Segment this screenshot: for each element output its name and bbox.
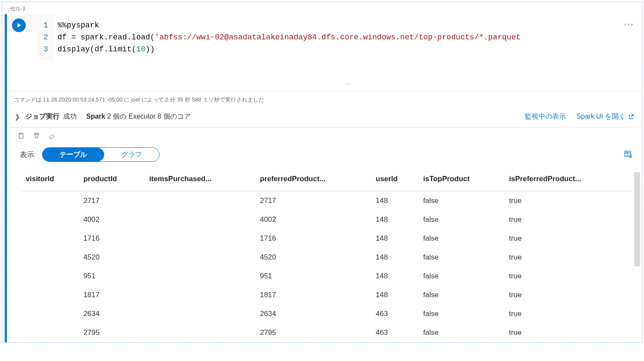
table-cell xyxy=(21,304,79,323)
table-row[interactable]: 26342634463falsetrue xyxy=(21,304,631,323)
table-cell: true xyxy=(505,267,631,286)
table-cell: 2717 xyxy=(79,191,145,211)
line-number: 3 xyxy=(37,43,48,55)
result-table: visitorIdproductIditemsPurchased...prefe… xyxy=(21,168,631,342)
table-cell: 2634 xyxy=(79,304,145,323)
column-header[interactable]: isPreferredProduct... xyxy=(505,168,631,191)
table-cell: 2795 xyxy=(256,323,371,342)
line-number: 1 xyxy=(37,19,48,31)
line-gutter: 1 2 3 xyxy=(37,14,54,60)
table-cell: 148 xyxy=(371,267,419,286)
table-cell xyxy=(145,229,256,248)
result-table-wrap: visitorIdproductIditemsPurchased...prefe… xyxy=(7,168,642,342)
table-cell xyxy=(21,191,79,211)
spark-ui-link[interactable]: Spark UI を開く xyxy=(576,112,634,121)
table-cell: 1716 xyxy=(256,229,371,248)
table-cell xyxy=(21,267,79,286)
spark-info: Spark 2 個の Executor 8 個のコア xyxy=(86,112,191,121)
job-label: ジョブ実行 xyxy=(25,112,60,121)
table-cell xyxy=(21,210,79,229)
column-header[interactable]: itemsPurchased... xyxy=(145,168,256,191)
table-settings-icon[interactable] xyxy=(624,150,632,160)
table-cell: false xyxy=(419,286,505,304)
table-cell: 463 xyxy=(371,304,419,323)
cell-body: 1 2 3 %%pyspark df = spark.read.load('ab… xyxy=(5,14,642,342)
result-toolbar xyxy=(7,128,642,143)
table-cell: 148 xyxy=(371,210,419,229)
svg-rect-0 xyxy=(19,134,23,138)
table-cell: true xyxy=(505,229,631,248)
chevron-right-icon[interactable]: ❯ xyxy=(15,113,20,121)
table-cell: 951 xyxy=(256,267,371,286)
collapse-code-icon[interactable]: ︿ xyxy=(346,78,351,90)
table-row[interactable]: 951951148falsetrue xyxy=(21,267,631,286)
table-cell: true xyxy=(505,323,631,342)
line-number: 2 xyxy=(37,31,48,43)
notebook-cell: セル 1 1 2 3 %%pyspark df = spark.read.loa… xyxy=(2,2,642,343)
play-icon xyxy=(16,22,22,28)
table-cell xyxy=(145,323,256,342)
execution-status: コマンドは 11.26.2020 00:53:24.571 -05:00 に j… xyxy=(7,92,642,108)
column-header[interactable]: userId xyxy=(371,168,419,191)
table-cell: 4520 xyxy=(256,248,371,267)
cell-label: セル 1 xyxy=(2,2,642,14)
table-row[interactable]: 27952795463falsetrue xyxy=(21,323,631,342)
table-row[interactable]: 27172717148falsetrue xyxy=(21,191,631,211)
job-status-row: ❯ ジョブ実行 成功 Spark 2 個の Executor 8 個のコア 監視… xyxy=(7,108,642,128)
table-cell: 4002 xyxy=(79,210,145,229)
copy-icon[interactable] xyxy=(17,132,25,140)
table-row[interactable]: 17161716148falsetrue xyxy=(21,229,631,248)
table-cell: false xyxy=(419,323,505,342)
table-cell: 148 xyxy=(371,286,419,304)
table-cell xyxy=(145,304,256,323)
external-link-icon xyxy=(628,114,634,120)
table-row[interactable]: 18171817148falsetrue xyxy=(21,286,631,304)
column-header[interactable]: visitorId xyxy=(21,168,79,191)
table-cell xyxy=(145,267,256,286)
code-block: 1 2 3 %%pyspark df = spark.read.load('ab… xyxy=(7,14,642,92)
table-cell: 2795 xyxy=(79,323,145,342)
table-cell: 1817 xyxy=(79,286,145,304)
table-row[interactable]: 45204520148falsetrue xyxy=(21,248,631,267)
run-button[interactable] xyxy=(12,18,26,32)
table-cell: 4520 xyxy=(79,248,145,267)
column-header[interactable]: productId xyxy=(79,168,145,191)
view-controls: 表示 テーブル グラフ xyxy=(7,143,642,168)
table-cell: true xyxy=(505,304,631,323)
table-cell: 463 xyxy=(371,323,419,342)
table-cell: false xyxy=(419,267,505,286)
table-cell: 951 xyxy=(79,267,145,286)
clear-output-icon[interactable] xyxy=(33,132,40,140)
column-header[interactable]: preferredProduct... xyxy=(256,168,371,191)
monitoring-link[interactable]: 監視中の表示 xyxy=(525,112,566,121)
job-result: 成功 xyxy=(63,112,77,121)
table-cell xyxy=(145,191,256,211)
table-cell: false xyxy=(419,304,505,323)
more-actions-icon[interactable]: ··· xyxy=(624,18,634,30)
column-header[interactable]: isTopProduct xyxy=(419,168,505,191)
toggle-chart[interactable]: グラフ xyxy=(104,148,159,161)
table-cell xyxy=(21,248,79,267)
table-cell: true xyxy=(505,286,631,304)
table-cell: 1817 xyxy=(256,286,371,304)
table-cell: true xyxy=(505,191,631,211)
table-cell: false xyxy=(419,210,505,229)
table-cell: 2717 xyxy=(256,191,371,211)
eraser-icon[interactable] xyxy=(48,132,56,140)
table-cell: 148 xyxy=(371,248,419,267)
table-cell xyxy=(21,229,79,248)
table-cell: true xyxy=(505,210,631,229)
table-cell xyxy=(145,248,256,267)
table-cell xyxy=(21,286,79,304)
toggle-table[interactable]: テーブル xyxy=(42,148,104,161)
table-cell xyxy=(145,286,256,304)
table-cell: 2634 xyxy=(256,304,371,323)
table-cell xyxy=(21,323,79,342)
table-cell: true xyxy=(505,248,631,267)
code-editor[interactable]: %%pyspark df = spark.read.load('abfss://… xyxy=(54,14,642,91)
vertical-scrollbar[interactable] xyxy=(634,172,640,266)
view-toggle: テーブル グラフ xyxy=(42,147,159,162)
table-row[interactable]: 40024002148falsetrue xyxy=(21,210,631,229)
view-label: 表示 xyxy=(20,150,34,160)
run-column xyxy=(7,14,37,32)
